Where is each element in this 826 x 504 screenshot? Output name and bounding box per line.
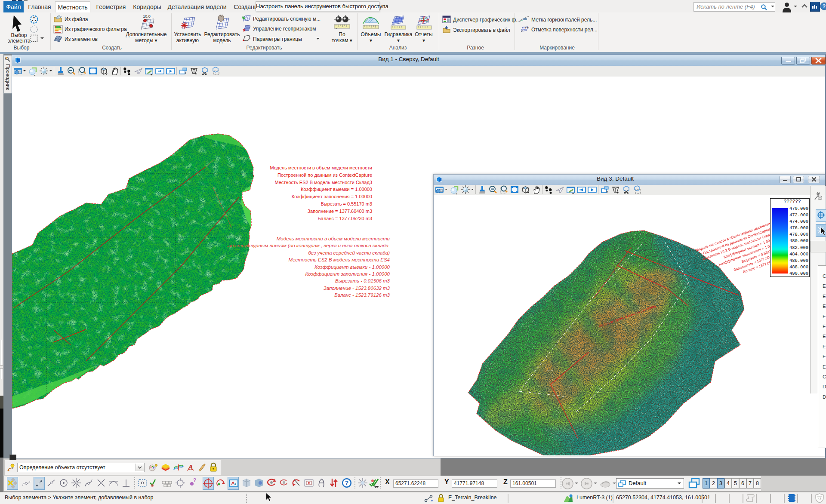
svg-text:?: ? (345, 479, 349, 486)
svg-text:10.0: 10.0 (143, 14, 151, 18)
svg-text:?: ? (823, 3, 826, 9)
svg-text:123: 123 (525, 27, 529, 30)
svg-text:?: ? (193, 477, 196, 483)
